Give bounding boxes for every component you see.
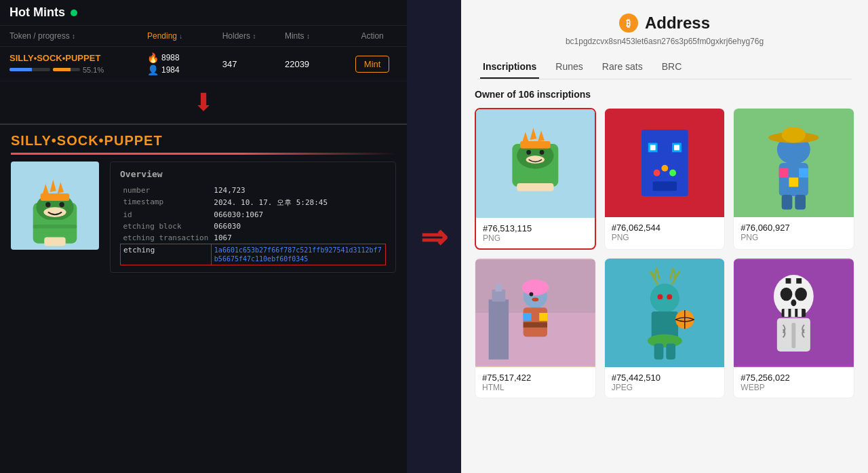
inscription-img-1 xyxy=(476,109,595,218)
svg-rect-76 xyxy=(785,309,789,317)
svg-rect-56 xyxy=(539,313,547,321)
holders-cell: 347 xyxy=(222,58,285,70)
svg-point-33 xyxy=(669,170,676,176)
svg-rect-70 xyxy=(786,278,791,284)
inscription-type-3: PNG xyxy=(741,233,847,242)
inscription-type-4: HTML xyxy=(482,383,589,392)
inscription-type-2: PNG xyxy=(612,233,718,242)
puppet-section: SILLY•SOCK•PUPPET xyxy=(0,124,407,473)
svg-rect-41 xyxy=(800,168,809,178)
inscriptions-section: Owner of 106 inscriptions xyxy=(461,79,868,473)
address-header: ₿ Address bc1pgdzcvx8sn453let6asn276s3p6… xyxy=(461,0,868,79)
puppet-divider xyxy=(11,153,396,155)
sort-icon-holders: ↕ xyxy=(252,33,256,40)
field-key-id: id xyxy=(121,209,212,221)
col-mints-header: Mints ↕ xyxy=(285,31,347,41)
col-pending-header[interactable]: Pending ↓ xyxy=(147,31,222,41)
address-title-row: ₿ Address xyxy=(619,14,710,33)
svg-point-15 xyxy=(526,150,531,155)
arrow-right-icon: ⇒ xyxy=(420,218,448,256)
inscription-type-5: JPEG xyxy=(612,383,718,392)
tab-rare-sats[interactable]: Rare sats xyxy=(599,56,646,79)
puppet-title: SILLY•SOCK•PUPPET xyxy=(0,125,407,153)
address-hash: bc1pgdzcvx8sn453let6asn276s3p65fm0gxkrj6… xyxy=(566,37,764,46)
live-indicator xyxy=(71,10,77,16)
inscription-img-3 xyxy=(734,109,854,217)
progress-fill-blue xyxy=(9,68,32,71)
inscription-card-2[interactable]: #76,062,544 PNG xyxy=(604,108,726,250)
mint-button[interactable]: Mint xyxy=(355,56,390,73)
svg-rect-43 xyxy=(782,195,793,210)
svg-point-61 xyxy=(667,295,672,300)
inscription-img-5 xyxy=(605,259,725,367)
inscription-img-4 xyxy=(475,259,595,367)
progress-fill-orange xyxy=(53,68,71,71)
inscription-svg-4 xyxy=(475,259,595,367)
table-row-id: id 066030:1067 xyxy=(121,209,386,221)
svg-rect-9 xyxy=(43,220,68,239)
inscription-id-6: #75,256,022 xyxy=(741,373,847,383)
puppet-content: Overview number 124,723 timestamp 2024. … xyxy=(0,162,407,273)
inscription-card-1[interactable]: #76,513,115 PNG xyxy=(475,108,596,250)
inscription-card-4[interactable]: #75,517,422 HTML xyxy=(475,258,596,398)
svg-rect-55 xyxy=(524,313,532,321)
svg-point-32 xyxy=(661,165,668,172)
svg-rect-11 xyxy=(44,238,65,246)
tab-inscriptions[interactable]: Inscriptions xyxy=(480,56,539,79)
tab-brc[interactable]: BRC xyxy=(659,56,685,79)
svg-point-73 xyxy=(795,288,808,301)
svg-rect-44 xyxy=(795,195,806,210)
mints-cell: 22039 xyxy=(285,58,347,70)
table-row-etching-transaction: etching transaction 1067 xyxy=(121,232,386,244)
field-val-number: 124,723 xyxy=(211,185,385,196)
arrow-down-icon: ⬇ xyxy=(193,88,214,117)
field-key-etching-block: etching block xyxy=(121,221,212,232)
sort-icon-mints: ↕ xyxy=(307,33,310,40)
inscription-id-2: #76,062,544 xyxy=(612,223,718,233)
overview-section: Overview number 124,723 timestamp 2024. … xyxy=(110,162,396,273)
inscriptions-grid: #76,513,115 PNG xyxy=(475,108,854,398)
inscription-img-2 xyxy=(605,109,725,217)
table-row-number: number 124,723 xyxy=(121,185,386,196)
svg-point-51 xyxy=(522,280,549,296)
inscription-type-6: WEBP xyxy=(741,383,847,392)
table-header: Token / progress ↕ Pending ↓ Holders ↕ M… xyxy=(0,26,407,47)
inscription-type-1: PNG xyxy=(483,233,588,243)
svg-point-63 xyxy=(647,334,682,347)
svg-rect-47 xyxy=(489,299,509,359)
address-title: Address xyxy=(645,14,710,33)
inscription-svg-2 xyxy=(605,109,725,217)
pending-count-row: 🔥 8988 xyxy=(147,52,222,63)
svg-point-74 xyxy=(791,299,797,306)
token-cell: SILLY•SOCK•PUPPET 55.1% xyxy=(9,53,147,75)
field-key-etching-tx: etching transaction xyxy=(121,232,212,244)
svg-rect-77 xyxy=(791,309,795,317)
inscription-id-5: #75,442,510 xyxy=(612,373,718,383)
user-icon: 👤 xyxy=(147,64,159,75)
progress-bar-orange xyxy=(53,68,80,71)
address-tabs: Inscriptions Runes Rare sats BRC xyxy=(477,56,852,79)
sort-icon-token: ↕ xyxy=(72,33,75,40)
col-action-header: Action xyxy=(347,31,397,41)
inscription-card-6[interactable]: #75,256,022 WEBP xyxy=(733,258,854,398)
svg-rect-78 xyxy=(798,309,802,317)
svg-point-72 xyxy=(781,288,793,301)
inscription-svg-1 xyxy=(476,109,595,218)
inscription-info-2: #76,062,544 PNG xyxy=(605,217,725,248)
progress-bar-blue xyxy=(9,68,50,71)
holders-value: 347 xyxy=(222,59,237,69)
svg-point-60 xyxy=(657,295,663,300)
inscription-card-3[interactable]: #76,060,927 PNG xyxy=(733,108,854,250)
svg-point-4 xyxy=(43,207,66,217)
field-val-etching-block: 066030 xyxy=(211,221,385,232)
bitcoin-icon: ₿ xyxy=(619,14,638,33)
inscriptions-count: Owner of 106 inscriptions xyxy=(475,89,854,100)
sort-icon-pending: ↓ xyxy=(179,33,182,40)
inscription-info-3: #76,060,927 PNG xyxy=(734,217,854,248)
field-val-id: 066030:1067 xyxy=(211,209,385,221)
inscription-id-3: #76,060,927 xyxy=(741,223,847,233)
svg-rect-57 xyxy=(524,322,547,328)
inscription-card-5[interactable]: #75,442,510 JPEG xyxy=(604,258,726,398)
field-key-timestamp: timestamp xyxy=(121,196,212,209)
tab-runes[interactable]: Runes xyxy=(553,56,585,79)
